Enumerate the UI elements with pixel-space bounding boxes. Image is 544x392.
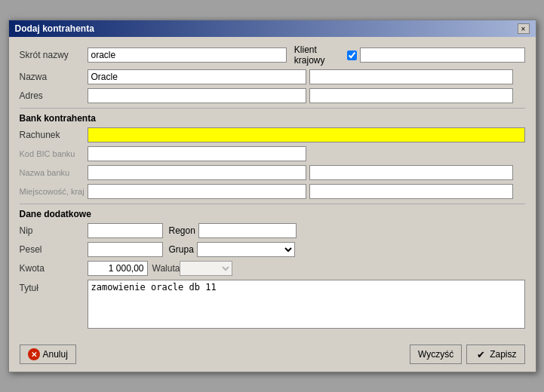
kwota-row: Kwota Waluta [20, 261, 525, 276]
adres-row: Adres [20, 88, 525, 103]
zapisz-label: Zapisz [490, 349, 516, 360]
nazwa-label: Nazwa [20, 72, 88, 82]
dialog-title: Dodaj kontrahenta [15, 23, 94, 34]
anuluj-label: Anuluj [43, 349, 68, 360]
miejscowosc-input[interactable] [88, 184, 306, 199]
tytul-row: Tytuł zamowienie oracle db 11 [20, 280, 525, 329]
grupa-select[interactable] [197, 242, 295, 257]
close-button[interactable]: × [518, 23, 530, 34]
skrot-nazwy-input[interactable] [88, 47, 287, 63]
nazwa-banku-input[interactable] [88, 165, 306, 180]
nip-label: Nip [20, 225, 88, 236]
rachunek-input[interactable] [88, 127, 525, 142]
cancel-icon: ✕ [28, 348, 40, 360]
adres-label: Adres [20, 90, 88, 101]
save-icon: ✔ [475, 348, 487, 360]
adres-extra-input[interactable] [309, 88, 513, 103]
nip-row: Nip Regon [20, 223, 525, 238]
nazwa-input[interactable] [88, 69, 306, 84]
rachunek-row: Rachunek [20, 127, 525, 142]
klient-krajowy-checkbox[interactable] [347, 51, 357, 60]
form-content: Skrót nazwy Klient krajowy Nazwa Adres B… [9, 37, 536, 338]
kod-bic-label: Kod BIC banku [20, 149, 88, 158]
miejscowosc-row: Miejscowość, kraj [20, 184, 525, 199]
dane-section-header: Dane dodatkowe [20, 209, 525, 219]
kwota-label: Kwota [20, 263, 88, 274]
tytul-textarea[interactable]: zamowienie oracle db 11 [88, 280, 525, 329]
skrot-nazwy-label: Skrót nazwy [20, 50, 88, 60]
rachunek-label: Rachunek [20, 130, 88, 140]
right-buttons: Wyczyść ✔ Zapisz [410, 345, 525, 364]
tytul-label: Tytuł [20, 280, 88, 293]
kod-bic-row: Kod BIC banku [20, 146, 525, 161]
klient-krajowy-wrapper: Klient krajowy [294, 44, 357, 66]
pesel-row: Pesel Grupa [20, 242, 525, 257]
skrot-nazwy-row: Skrót nazwy Klient krajowy [20, 44, 525, 66]
nazwa-banku-label: Nazwa banku [20, 168, 88, 177]
regon-label: Regon [169, 225, 195, 236]
zapisz-button[interactable]: ✔ Zapisz [466, 345, 524, 364]
adres-input[interactable] [88, 88, 306, 103]
nazwa-row: Nazwa [20, 69, 525, 84]
wyczysc-label: Wyczyść [418, 349, 453, 360]
grupa-label: Grupa [169, 244, 194, 255]
anuluj-button[interactable]: ✕ Anuluj [20, 345, 76, 364]
klient-krajowy-label: Klient krajowy [294, 44, 344, 66]
miejscowosc-label: Miejscowość, kraj [20, 187, 88, 196]
dialog-window: Dodaj kontrahenta × Skrót nazwy Klient k… [8, 20, 536, 372]
skrot-nazwy-extra-input[interactable] [360, 47, 525, 63]
pesel-label: Pesel [20, 244, 88, 255]
footer: ✕ Anuluj Wyczyść ✔ Zapisz [9, 338, 536, 372]
nazwa-banku-row: Nazwa banku [20, 165, 525, 180]
regon-input[interactable] [198, 223, 297, 238]
kwota-input[interactable] [88, 261, 148, 276]
bank-section-header: Bank kontrahenta [20, 113, 525, 124]
pesel-input[interactable] [88, 242, 163, 257]
wyczysc-button[interactable]: Wyczyść [410, 345, 462, 364]
nip-input[interactable] [88, 223, 163, 238]
miejscowosc-extra-input[interactable] [309, 184, 513, 199]
titlebar: Dodaj kontrahenta × [9, 20, 536, 37]
kod-bic-input[interactable] [88, 146, 306, 161]
nazwa-extra-input[interactable] [309, 69, 513, 84]
nazwa-banku-extra-input[interactable] [309, 165, 513, 180]
waluta-select[interactable] [180, 261, 232, 276]
waluta-label: Waluta [152, 263, 180, 274]
